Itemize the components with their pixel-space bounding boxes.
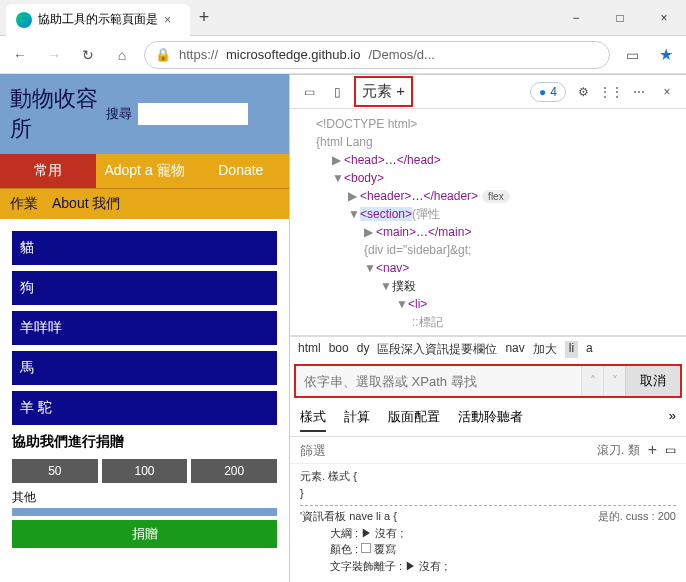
styles-filter-row: 滾刀. 類 + ▭	[290, 437, 686, 464]
tab-listeners[interactable]: 活動聆聽者	[458, 408, 523, 432]
search-input[interactable]	[138, 103, 248, 125]
translate-icon[interactable]: ▭	[620, 43, 644, 67]
primary-nav: 常用 Adopt a 寵物 Donate	[0, 154, 289, 188]
home-button[interactable]: ⌂	[110, 43, 134, 67]
styles-filter-input[interactable]	[300, 443, 589, 458]
nav-donate[interactable]: Donate	[193, 154, 289, 188]
url-prefix: https://	[179, 47, 218, 62]
more-icon[interactable]: »	[669, 408, 676, 432]
styles-body[interactable]: 元素. 樣式 { } 是的. cuss : 200 '資訊看板 nave li …	[290, 464, 686, 582]
new-tab-button[interactable]: +	[190, 7, 218, 28]
list-item[interactable]: 貓	[12, 231, 277, 265]
devtools-panel: ▭ ▯ 元素 + 4 ⚙ ⋮⋮ ⋯ × <!DOCTYPE html> {htm…	[290, 74, 686, 582]
search-label: 搜尋	[106, 105, 132, 123]
device-icon[interactable]: ▯	[326, 81, 348, 103]
tab-computed[interactable]: 計算	[344, 408, 370, 432]
url-path: /Demos/d...	[368, 47, 434, 62]
search-next-icon[interactable]: ˅	[603, 366, 625, 396]
dom-tree[interactable]: <!DOCTYPE html> {html Lang ▶<head>…</hea…	[290, 109, 686, 336]
tab-title: 協助工具的示範頁面是	[38, 11, 158, 28]
nav-about[interactable]: About 我們	[52, 195, 120, 213]
amount-50[interactable]: 50	[12, 459, 98, 483]
page-header: 動物收容所 搜尋	[0, 74, 289, 154]
list-item[interactable]: 狗	[12, 271, 277, 305]
search-prev-icon[interactable]: ˄	[581, 366, 603, 396]
secondary-nav: 作業 About 我們	[0, 188, 289, 219]
dom-search-input[interactable]	[296, 366, 581, 396]
close-icon[interactable]: ×	[164, 13, 180, 27]
more-icon[interactable]: ⋯	[628, 81, 650, 103]
devtools-toolbar: ▭ ▯ 元素 + 4 ⚙ ⋮⋮ ⋯ ×	[290, 75, 686, 109]
cancel-button[interactable]: 取消	[625, 366, 680, 396]
donate-heading: 協助我們進行捐贈	[12, 433, 277, 451]
refresh-button[interactable]: ↻	[76, 43, 100, 67]
page-content: 動物收容所 搜尋 常用 Adopt a 寵物 Donate 作業 About 我…	[0, 74, 290, 582]
close-button[interactable]: ×	[642, 0, 686, 36]
amount-200[interactable]: 200	[191, 459, 277, 483]
hov-label[interactable]: 滾刀. 類	[597, 442, 640, 459]
nav-work[interactable]: 作業	[10, 195, 38, 213]
settings-icon[interactable]: ⚙	[572, 81, 594, 103]
other-label: 其他	[12, 489, 277, 506]
nav-home[interactable]: 常用	[0, 154, 96, 188]
page-title: 動物收容所	[10, 84, 100, 144]
tab-layout[interactable]: 版面配置	[388, 408, 440, 432]
favorite-icon[interactable]: ★	[654, 43, 678, 67]
inspect-icon[interactable]: ▭	[298, 81, 320, 103]
list-item[interactable]: 馬	[12, 351, 277, 385]
back-button[interactable]: ←	[8, 43, 32, 67]
devtools-close-icon[interactable]: ×	[656, 81, 678, 103]
issues-badge[interactable]: 4	[530, 82, 566, 102]
list-item[interactable]: 羊 駝	[12, 391, 277, 425]
search-panel: ˄ ˅ 取消	[294, 364, 682, 398]
other-bar	[12, 508, 277, 516]
url-host: microsoftedge.github.io	[226, 47, 360, 62]
tab-styles[interactable]: 樣式	[300, 408, 326, 432]
browser-tab[interactable]: 協助工具的示範頁面是 ×	[6, 4, 190, 36]
dom-line: {html Lang	[300, 133, 676, 151]
more-tools-icon[interactable]: ⋮⋮	[600, 81, 622, 103]
animal-list: 貓 狗 羊咩咩 馬 羊 駝 協助我們進行捐贈 50 100 200 其他 捐贈	[0, 219, 289, 560]
amount-100[interactable]: 100	[102, 459, 188, 483]
minimize-button[interactable]: −	[554, 0, 598, 36]
lock-icon: 🔒	[155, 47, 171, 62]
edge-icon	[16, 12, 32, 28]
nav-adopt[interactable]: Adopt a 寵物	[96, 154, 192, 188]
toggle-icon[interactable]: ▭	[665, 443, 676, 457]
donate-button[interactable]: 捐贈	[12, 520, 277, 548]
maximize-button[interactable]: □	[598, 0, 642, 36]
list-item[interactable]: 羊咩咩	[12, 311, 277, 345]
tab-elements[interactable]: 元素 +	[354, 76, 413, 107]
breadcrumb[interactable]: htmlboo dy 區段深入資訊提要欄位 nav 加大 li a	[290, 336, 686, 362]
styles-tabs: 樣式 計算 版面配置 活動聆聽者 »	[290, 400, 686, 437]
dom-line: <!DOCTYPE html>	[300, 115, 676, 133]
new-rule-icon[interactable]: +	[648, 441, 657, 459]
url-input[interactable]: 🔒 https://microsoftedge.github.io/Demos/…	[144, 41, 610, 69]
window-titlebar: 協助工具的示範頁面是 × + − □ ×	[0, 0, 686, 36]
address-bar: ← → ↻ ⌂ 🔒 https://microsoftedge.github.i…	[0, 36, 686, 74]
forward-button[interactable]: →	[42, 43, 66, 67]
